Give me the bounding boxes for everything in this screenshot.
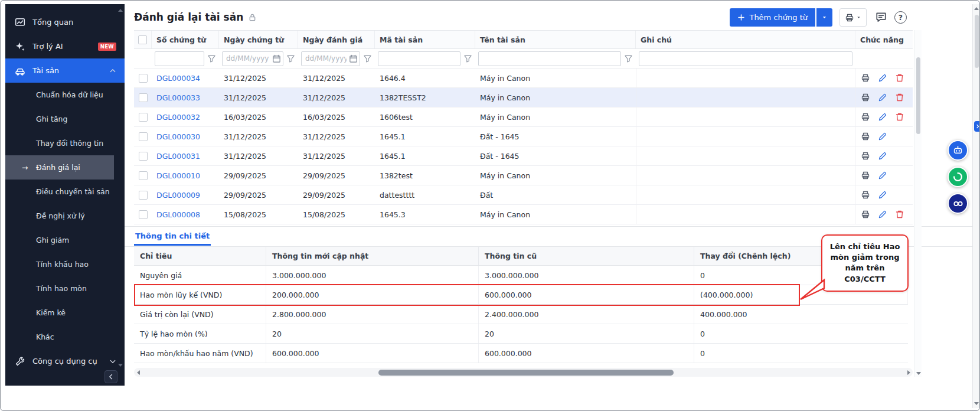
table-row[interactable]: DGL000008 15/08/2025 15/08/2025 1645.3 M… [134,205,913,224]
delete-row-icon[interactable] [895,112,904,122]
sidebar-item-tong-quan[interactable]: Tổng quan [5,10,125,34]
table-row[interactable]: DGL000009 29/09/2025 29/09/2025 dattestt… [134,185,913,205]
scroll-right-icon[interactable] [904,368,913,377]
page-vertical-scroll-thumb[interactable] [975,15,979,68]
edit-row-icon[interactable] [878,210,887,219]
print-row-icon[interactable] [861,171,870,180]
edit-row-icon[interactable] [878,73,887,83]
sidebar-item-tai-san[interactable]: Tài sản [5,58,125,83]
row-checkbox[interactable] [139,152,148,161]
table-row[interactable]: DGL000031 31/12/2025 31/12/2025 1645.1 Đ… [134,146,913,166]
sidebar-item-thay-doi-thong-tin[interactable]: Thay đổi thông tin [5,131,125,155]
row-checkbox[interactable] [139,113,148,122]
floating-support-button[interactable] [948,167,968,187]
row-checkbox[interactable] [139,191,148,200]
sidebar-item-tinh-khau-hao[interactable]: Tính khấu hao [5,252,125,276]
column-header-ten-tai-san[interactable]: Tên tài sản [475,31,636,48]
delete-row-icon[interactable] [895,210,904,219]
edit-row-icon[interactable] [878,93,887,102]
table-row[interactable]: DGL000010 29/09/2025 29/09/2025 1382test… [134,166,913,185]
edit-row-icon[interactable] [878,132,887,141]
column-header-so-chung-tu[interactable]: Số chứng từ [152,31,219,48]
print-row-icon[interactable] [861,93,870,102]
feedback-chat-icon[interactable] [875,11,887,24]
document-link[interactable]: DGL000034 [156,74,200,83]
tab-thong-tin-chi-tiet[interactable]: Thông tin chi tiết [134,227,211,246]
sidebar-scroll-down-icon[interactable] [118,364,123,367]
sidebar-item-khac[interactable]: Khác [5,325,125,349]
document-link[interactable]: DGL000010 [156,171,200,180]
sidebar-item-ghi-giam[interactable]: Ghi giảm [5,228,125,252]
sidebar-item-tinh-hao-mon[interactable]: Tính hao mòn [5,276,125,301]
help-button[interactable]: ? [894,11,907,24]
print-row-icon[interactable] [861,151,870,161]
sidebar-item-dieu-chuyen-tai-san[interactable]: Điều chuyển tài sản [5,180,125,204]
filter-funnel-icon[interactable] [207,54,216,63]
add-document-dropdown-button[interactable] [816,8,832,27]
edit-row-icon[interactable] [878,171,887,180]
document-link[interactable]: DGL000030 [156,132,200,141]
floating-ai-assistant-button[interactable] [948,140,968,161]
table-row[interactable]: DGL000032 16/03/2025 16/03/2025 1606test… [134,107,913,127]
filter-funnel-icon[interactable] [463,54,472,63]
column-header-ma-tai-san[interactable]: Mã tài sản [375,31,475,48]
grid-scroll-down-icon[interactable] [916,372,921,375]
collapse-sidebar-button[interactable] [104,370,117,383]
edit-row-icon[interactable] [878,190,887,200]
sidebar-item-danh-gia-lai[interactable]: → Đánh giá lại [5,155,114,180]
sidebar-item-tro-ly-ai[interactable]: Trợ lý AI NEW [5,34,125,58]
column-header-ngay-chung-tu[interactable]: Ngày chứng từ [219,31,298,48]
page-scroll-down-icon[interactable] [974,402,979,405]
calendar-icon[interactable] [349,54,358,63]
table-row[interactable]: DGL000034 31/12/2025 31/12/2025 1646.4 M… [134,68,913,88]
filter-funnel-icon[interactable] [286,54,295,63]
filter-ghi-chu-input[interactable] [639,51,852,66]
delete-row-icon[interactable] [895,93,904,102]
row-checkbox[interactable] [139,132,148,141]
filter-funnel-icon[interactable] [624,54,633,63]
scroll-left-icon[interactable] [134,368,142,377]
row-checkbox[interactable] [139,93,148,102]
sidebar-item-de-nghi-xu-ly[interactable]: Đề nghị xử lý [5,204,125,228]
edge-expand-tab[interactable] [974,121,980,132]
document-link[interactable]: DGL000031 [156,152,200,161]
filter-so-chung-tu-input[interactable] [155,51,204,66]
page-scroll-up-icon[interactable] [974,7,979,10]
sidebar-item-chuan-hoa-du-lieu[interactable]: Chuẩn hóa dữ liệu [5,83,125,107]
horizontal-scroll-thumb[interactable] [378,370,674,376]
print-row-icon[interactable] [861,112,870,122]
delete-row-icon[interactable] [895,73,904,83]
edit-row-icon[interactable] [878,112,887,122]
print-row-icon[interactable] [861,190,870,200]
calendar-icon[interactable] [272,54,281,63]
print-row-icon[interactable] [861,132,870,141]
filter-funnel-icon[interactable] [363,54,372,63]
table-row[interactable]: DGL000033 31/12/2025 31/12/2025 1382TESS… [134,88,913,107]
document-link[interactable]: DGL000009 [156,191,200,200]
print-row-icon[interactable] [861,210,870,219]
column-header-ngay-danh-gia[interactable]: Ngày đánh giá [298,31,375,48]
grid-vertical-scroll-thumb[interactable] [916,57,920,134]
row-checkbox[interactable] [139,171,148,180]
sidebar-item-cong-cu-dung-cu[interactable]: Công cụ dụng cụ [5,349,125,373]
horizontal-scroll-rail[interactable] [142,368,904,377]
edit-row-icon[interactable] [878,151,887,161]
row-checkbox[interactable] [139,74,148,83]
floating-brand-button[interactable] [948,193,968,214]
add-document-button[interactable]: Thêm chứng từ [730,8,815,27]
document-link[interactable]: DGL000008 [156,210,200,219]
cell-ma-tai-san: 1646.4 [375,74,475,83]
sidebar-scroll-up-icon[interactable] [118,9,123,12]
table-row[interactable]: DGL000030 31/12/2025 31/12/2025 1645.1 Đ… [134,127,913,146]
sidebar-item-kiem-ke[interactable]: Kiểm kê [5,301,125,325]
filter-ma-tai-san-input[interactable] [378,51,460,66]
print-button[interactable] [839,8,867,27]
document-link[interactable]: DGL000033 [156,93,200,102]
filter-ten-tai-san-input[interactable] [478,51,621,66]
document-link[interactable]: DGL000032 [156,113,200,122]
select-all-checkbox[interactable] [138,35,147,44]
column-header-ghi-chu[interactable]: Ghi chú [636,31,855,48]
row-checkbox[interactable] [139,210,148,219]
sidebar-item-ghi-tang[interactable]: Ghi tăng [5,107,125,131]
print-row-icon[interactable] [861,73,870,83]
